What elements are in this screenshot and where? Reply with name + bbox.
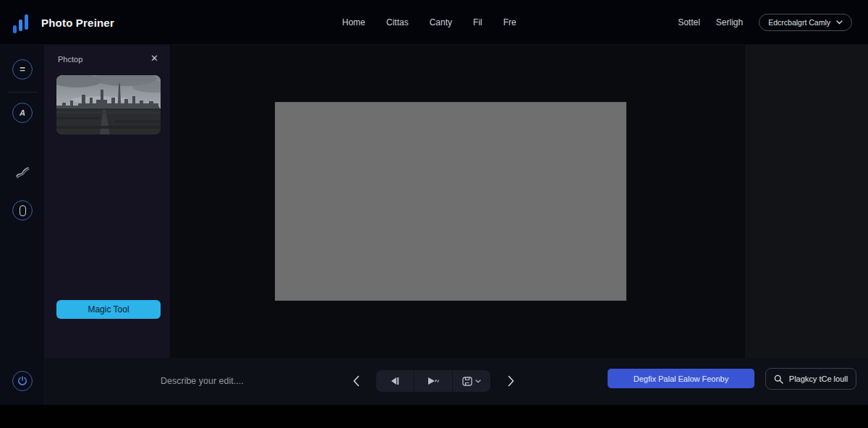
menu-icon[interactable]: = — [12, 59, 33, 80]
step-back-icon — [389, 377, 401, 385]
workspace — [170, 45, 745, 358]
top-bar: Photo Preiner Home Cittas Canty Fil Fre … — [0, 0, 868, 45]
nav-item-canty[interactable]: Canty — [430, 17, 452, 27]
header-right: Sottel Serligh Edcrcbalgrt Camly — [678, 0, 852, 45]
edit-prompt-input[interactable] — [161, 371, 341, 391]
text-tool-icon[interactable]: A — [12, 103, 33, 123]
bottom-bar: Degfix Palal Ealow Feonby Plagkcy tCe lo… — [45, 358, 868, 405]
header-link-serligh[interactable]: Serligh — [716, 17, 743, 27]
account-dropdown[interactable]: Edcrcbalgrt Camly — [759, 14, 852, 31]
primary-action-button[interactable]: Degfix Palal Ealow Feonby — [608, 369, 754, 388]
magic-tool-button[interactable]: Magic Tool — [56, 300, 161, 319]
app-logo-icon — [13, 13, 33, 32]
brand: Photo Preiner — [13, 0, 114, 45]
layers-panel: Phctop ✕ — [45, 45, 170, 358]
editing-canvas[interactable] — [275, 102, 626, 301]
footer-strip — [0, 405, 868, 428]
brush-tool-icon[interactable] — [12, 162, 33, 182]
tool-rail: = A — [0, 45, 45, 405]
chevron-down-icon — [475, 380, 481, 383]
right-strip — [745, 45, 868, 358]
app-title: Photo Preiner — [41, 17, 114, 29]
nav-item-cittas[interactable]: Cittas — [386, 17, 409, 27]
playback-controls — [376, 370, 490, 392]
photo-layer-thumbnail[interactable] — [56, 75, 161, 134]
header-link-sottel[interactable]: Sottel — [678, 17, 700, 27]
shape-tool-icon[interactable] — [12, 200, 33, 221]
nav-item-fre[interactable]: Fre — [503, 17, 516, 27]
city-skyline-image — [56, 75, 161, 134]
power-icon[interactable] — [12, 371, 33, 391]
chevron-left-icon[interactable] — [347, 371, 365, 391]
rail-divider — [7, 92, 38, 93]
save-version-button[interactable] — [452, 370, 490, 392]
search-action-label: Plagkcy tCe loull — [789, 374, 848, 383]
play-icon — [427, 377, 440, 385]
chevron-right-icon[interactable] — [502, 371, 519, 391]
layers-panel-title: Phctop — [58, 55, 82, 64]
layers-panel-header: Phctop ✕ — [45, 45, 170, 69]
main-nav: Home Cittas Canty Fil Fre — [342, 0, 516, 45]
photo-editor-app: Photo Preiner Home Cittas Canty Fil Fre … — [0, 0, 868, 428]
step-back-button[interactable] — [376, 370, 414, 392]
search-icon — [774, 374, 783, 384]
search-action-button[interactable]: Plagkcy tCe loull — [765, 368, 856, 390]
account-dropdown-label: Edcrcbalgrt Camly — [768, 18, 830, 27]
nav-item-fil[interactable]: Fil — [473, 17, 482, 27]
nav-item-home[interactable]: Home — [342, 17, 365, 27]
save-icon — [462, 377, 472, 386]
close-icon[interactable]: ✕ — [150, 54, 158, 63]
chevron-down-icon — [836, 20, 843, 25]
play-button[interactable] — [414, 370, 452, 392]
